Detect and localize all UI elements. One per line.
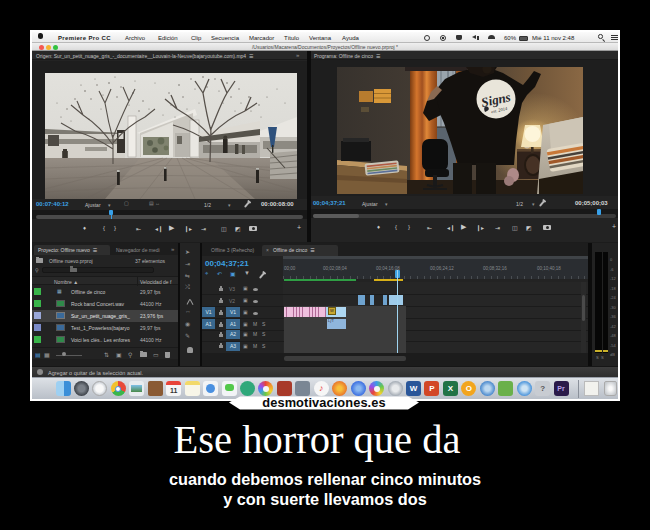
svg-text:desmotivaciones.es: desmotivaciones.es <box>262 395 385 410</box>
